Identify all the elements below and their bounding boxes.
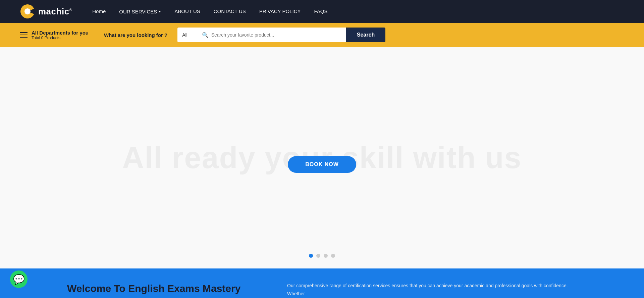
bottom-description: Our comprehensive range of certification… [287, 282, 577, 298]
nav-item-about[interactable]: ABOUT US [174, 8, 200, 14]
search-bar: All Departments for you Total 0 Products… [0, 23, 644, 47]
whatsapp-icon: 💬 [13, 274, 25, 285]
hero-section: All ready your skill with us BOOK NOW [0, 47, 644, 268]
departments-section: All Departments for you Total 0 Products [20, 30, 94, 40]
bottom-section: Welcome To English Exams Mastery Our com… [0, 268, 644, 298]
nav-item-contact[interactable]: CONTACT US [214, 8, 246, 14]
departments-title: All Departments for you [32, 30, 89, 36]
dot-4[interactable] [331, 254, 335, 258]
nav-item-privacy[interactable]: PRIVACY POLICY [259, 8, 301, 14]
search-input-wrap: 🔍 [197, 28, 346, 42]
search-button[interactable]: Search [346, 28, 385, 42]
departments-subtitle: Total 0 Products [32, 36, 89, 40]
dot-3[interactable] [324, 254, 328, 258]
nav-item-home[interactable]: Home [92, 8, 106, 14]
svg-point-1 [24, 8, 31, 14]
nav-links: Home OUR SERVICES ABOUT US CONTACT US PR… [92, 8, 327, 14]
search-form: All 🔍 Search [177, 28, 385, 42]
chevron-down-icon [158, 11, 161, 12]
dot-1[interactable] [309, 254, 313, 258]
hamburger-menu[interactable] [20, 32, 28, 38]
dot-2[interactable] [316, 254, 320, 258]
logo-text: machic® [38, 6, 72, 17]
logo-area[interactable]: machic® [20, 4, 72, 19]
bottom-right: Our comprehensive range of certification… [287, 282, 577, 298]
logo-icon [20, 4, 35, 19]
top-navigation: machic® Home OUR SERVICES ABOUT US CONTA… [0, 0, 644, 23]
search-input[interactable] [211, 32, 341, 38]
search-label: What are you looking for ? [104, 32, 167, 38]
book-now-button[interactable]: BOOK NOW [288, 156, 356, 173]
search-magnifier-icon: 🔍 [202, 32, 209, 38]
nav-item-services[interactable]: OUR SERVICES [119, 9, 161, 14]
category-select[interactable]: All [177, 28, 197, 42]
category-chevron-icon [190, 34, 192, 36]
nav-item-faqs[interactable]: FAQS [314, 8, 328, 14]
hero-dots [309, 254, 335, 258]
departments-text: All Departments for you Total 0 Products [32, 30, 89, 40]
bottom-left: Welcome To English Exams Mastery [67, 282, 260, 298]
hero-content: BOOK NOW [288, 156, 356, 173]
category-value: All [182, 32, 187, 38]
whatsapp-float-button[interactable]: 💬 [10, 270, 28, 288]
bottom-title: Welcome To English Exams Mastery [67, 282, 260, 295]
